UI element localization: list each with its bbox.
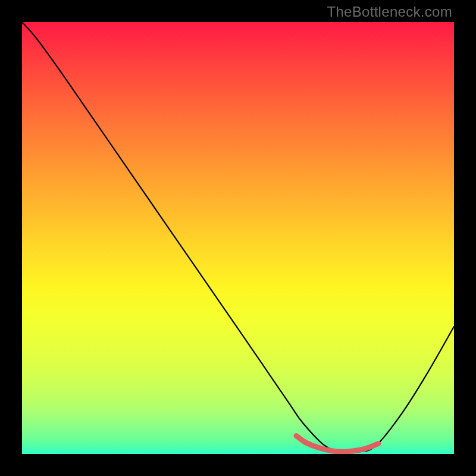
watermark-text: TheBottleneck.com	[327, 4, 452, 20]
highlight-segment	[296, 436, 378, 452]
bottleneck-curve	[22, 22, 454, 453]
plot-area	[22, 22, 454, 454]
chart-frame: TheBottleneck.com	[0, 0, 476, 476]
curve-layer	[22, 22, 454, 454]
